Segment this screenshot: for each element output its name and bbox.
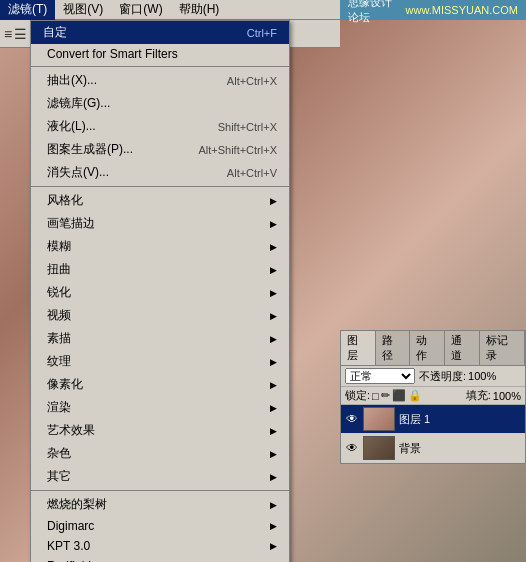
menu-render-label: 渲染 [47,399,71,416]
menu-digimarc-label: Digimarc [47,519,94,533]
menu-distort-label: 扭曲 [47,261,71,278]
menu-liquify-shortcut: Shift+Ctrl+X [218,121,277,133]
menu-blur-label: 模糊 [47,238,71,255]
lock-row: 锁定: □ ✏ ⬛ 🔒 填充: 100% [341,387,525,405]
menu-redfield[interactable]: Redfield [31,556,289,562]
lock-icon-4[interactable]: 🔒 [408,389,422,402]
menu-kpt-label: KPT 3.0 [47,539,90,553]
menu-bar: 滤镜(T) 视图(V) 窗口(W) 帮助(H) [0,0,340,20]
tab-paths[interactable]: 路径 [376,331,411,365]
lock-icon-1[interactable]: □ [372,390,379,402]
fill-label: 填充: [466,388,491,403]
menu-pattern-maker-label: 图案生成器(P)... [47,141,133,158]
menu-item-help[interactable]: 帮助(H) [171,0,228,20]
layers-blend-row: 正常 不透明度: 100% [341,366,525,387]
menu-filter-gallery-label: 滤镜库(G)... [47,95,110,112]
brand-name: 思缘设计论坛 [348,0,402,25]
menu-extract-label: 抽出(X)... [47,72,97,89]
menu-pattern-maker[interactable]: 图案生成器(P)... Alt+Shift+Ctrl+X [31,138,289,161]
brand-url: www.MISSYUAN.COM [406,4,518,16]
layer-bg-visibility[interactable]: 👁 [345,441,359,455]
menu-video[interactable]: 视频 [31,304,289,327]
menu-sharpen-label: 锐化 [47,284,71,301]
layer-item-1[interactable]: 👁 图层 1 [341,405,525,434]
tab-channels[interactable]: 通道 [445,331,480,365]
menu-artistic[interactable]: 艺术效果 [31,419,289,442]
menu-digimarc[interactable]: Digimarc [31,516,289,536]
blend-mode-select[interactable]: 正常 [345,368,415,384]
menu-convert[interactable]: Convert for Smart Filters [31,44,289,64]
menu-filter-gallery[interactable]: 滤镜库(G)... [31,92,289,115]
menu-item-view[interactable]: 视图(V) [55,0,111,20]
toolbar-icon-2[interactable]: ☰ [14,26,27,42]
menu-burning-pear[interactable]: 燃烧的梨树 [31,493,289,516]
menu-sharpen[interactable]: 锐化 [31,281,289,304]
menu-sketch[interactable]: 素描 [31,327,289,350]
menu-vanishing-label: 消失点(V)... [47,164,109,181]
menu-convert-label: Convert for Smart Filters [47,47,178,61]
menu-brush-strokes[interactable]: 画笔描边 [31,212,289,235]
menu-render[interactable]: 渲染 [31,396,289,419]
tab-history[interactable]: 标记录 [480,331,525,365]
tab-actions[interactable]: 动作 [410,331,445,365]
separator-3 [31,490,289,491]
fill-value[interactable]: 100% [493,390,521,402]
layer-1-visibility[interactable]: 👁 [345,412,359,426]
menu-extract[interactable]: 抽出(X)... Alt+Ctrl+X [31,69,289,92]
menu-liquify[interactable]: 液化(L)... Shift+Ctrl+X [31,115,289,138]
lock-icon-3[interactable]: ⬛ [392,389,406,402]
menu-top-item[interactable]: 自定 Ctrl+F [31,21,289,44]
separator-1 [31,66,289,67]
menu-kpt[interactable]: KPT 3.0 [31,536,289,556]
opacity-value[interactable]: 100% [468,370,496,382]
menu-noise-label: 杂色 [47,445,71,462]
menu-item-filter[interactable]: 滤镜(T) [0,0,55,20]
layer-item-bg[interactable]: 👁 背景 [341,434,525,463]
menu-brush-strokes-label: 画笔描边 [47,215,95,232]
menu-texture[interactable]: 纹理 [31,350,289,373]
menu-pixelate-label: 像素化 [47,376,83,393]
separator-2 [31,186,289,187]
menu-texture-label: 纹理 [47,353,71,370]
layer-bg-thumb-content [364,437,394,459]
opacity-row: 不透明度: 100% [419,369,496,384]
menu-vanishing-point[interactable]: 消失点(V)... Alt+Ctrl+V [31,161,289,184]
layers-panel: 图层 路径 动作 通道 标记录 正常 不透明度: 100% 锁定: □ ✏ ⬛ … [340,330,526,464]
filter-dropdown-menu: 自定 Ctrl+F Convert for Smart Filters 抽出(X… [30,20,290,562]
menu-top-label: 自定 [43,24,67,41]
layers-tabs: 图层 路径 动作 通道 标记录 [341,331,525,366]
menu-blur[interactable]: 模糊 [31,235,289,258]
menu-artistic-label: 艺术效果 [47,422,95,439]
menu-vanishing-shortcut: Alt+Ctrl+V [227,167,277,179]
menu-liquify-label: 液化(L)... [47,118,96,135]
tab-layers[interactable]: 图层 [341,331,376,365]
menu-extract-shortcut: Alt+Ctrl+X [227,75,277,87]
layer-1-name: 图层 1 [399,412,521,427]
lock-label: 锁定: [345,388,370,403]
menu-item-window[interactable]: 窗口(W) [111,0,170,20]
menu-stylize[interactable]: 风格化 [31,189,289,212]
layer-1-thumb-content [364,408,394,430]
layer-1-thumbnail [363,407,395,431]
menu-pixelate[interactable]: 像素化 [31,373,289,396]
layer-bg-thumbnail [363,436,395,460]
menu-pattern-shortcut: Alt+Shift+Ctrl+X [198,144,277,156]
lock-icon-2[interactable]: ✏ [381,389,390,402]
menu-top-shortcut: Ctrl+F [247,27,277,39]
menu-other[interactable]: 其它 [31,465,289,488]
toolbar-icon-1[interactable]: ≡ [4,26,12,42]
menu-distort[interactable]: 扭曲 [31,258,289,281]
menu-sketch-label: 素描 [47,330,71,347]
menu-other-label: 其它 [47,468,71,485]
menu-burning-pear-label: 燃烧的梨树 [47,496,107,513]
menu-video-label: 视频 [47,307,71,324]
menu-noise[interactable]: 杂色 [31,442,289,465]
brand-bar: 思缘设计论坛 www.MISSYUAN.COM [340,0,526,20]
layer-bg-name: 背景 [399,441,521,456]
menu-stylize-label: 风格化 [47,192,83,209]
opacity-label: 不透明度: [419,369,466,384]
